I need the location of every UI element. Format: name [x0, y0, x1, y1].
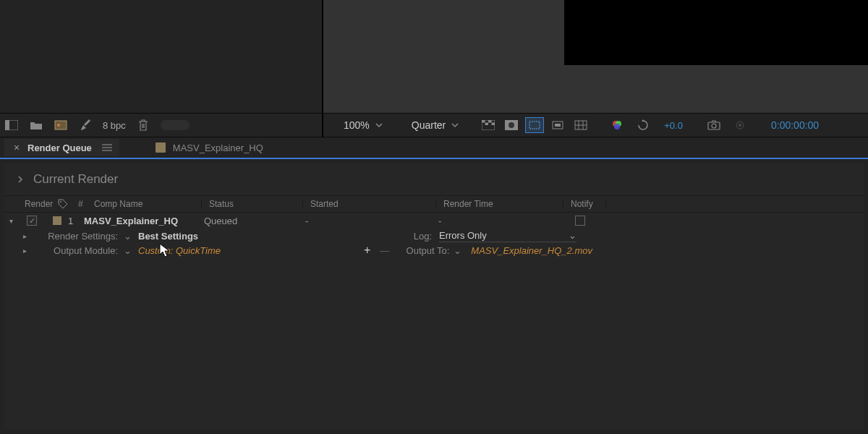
- svg-rect-6: [488, 120, 492, 123]
- svg-point-20: [614, 124, 620, 129]
- item-started: -: [298, 216, 431, 226]
- svg-rect-11: [529, 122, 540, 129]
- color-management-icon[interactable]: [608, 117, 626, 133]
- col-number[interactable]: #: [72, 199, 88, 209]
- render-settings-label: Render Settings:: [36, 231, 118, 242]
- bpc-label[interactable]: 8 bpc: [103, 120, 126, 131]
- grid-guides-icon[interactable]: [571, 117, 590, 133]
- columns-header-row: Render # Comp Name Status Started Render…: [4, 195, 864, 213]
- disclosure-arrow-icon[interactable]: ▸: [23, 247, 36, 255]
- comp-tab-label: MASV_Explainer_HQ: [173, 142, 263, 153]
- render-checkbox[interactable]: [27, 216, 37, 226]
- tab-label: Render Queue: [27, 142, 92, 153]
- svg-rect-7: [485, 123, 489, 126]
- svg-rect-8: [492, 123, 495, 126]
- mask-icon[interactable]: [502, 117, 521, 133]
- output-to-label: Output To:: [407, 245, 450, 256]
- preview-panel: [564, 0, 868, 65]
- brush-icon[interactable]: [78, 118, 93, 132]
- svg-rect-1: [5, 120, 9, 130]
- col-status[interactable]: Status: [201, 199, 302, 209]
- composition-icon: [156, 142, 166, 153]
- close-tab-button[interactable]: ×: [12, 142, 22, 153]
- expand-arrow-icon[interactable]: ▾: [4, 217, 17, 225]
- notify-cell: [558, 216, 602, 226]
- svg-point-22: [712, 124, 716, 128]
- current-render-header[interactable]: Current Render: [4, 163, 864, 195]
- log-value: Errors Only: [439, 230, 569, 241]
- composition-tab[interactable]: MASV_Explainer_HQ: [156, 142, 263, 153]
- item-comp-name[interactable]: MASV_Explainer_HQ: [84, 216, 197, 226]
- output-file-link[interactable]: MASV_Explainer_HQ_2.mov: [471, 245, 592, 256]
- col-render[interactable]: Render: [4, 199, 52, 209]
- item-status: Queued: [197, 216, 298, 226]
- output-module-value[interactable]: Custom: QuickTime: [138, 245, 221, 256]
- chevron-down-icon: [375, 122, 383, 129]
- col-render-time[interactable]: Render Time: [435, 199, 563, 209]
- log-dropdown[interactable]: Errors Only ⌄: [439, 229, 576, 242]
- item-number: 1: [68, 216, 84, 226]
- folder-icon[interactable]: [29, 118, 43, 132]
- exposure-value[interactable]: +0.0: [664, 120, 683, 131]
- panel-menu-icon[interactable]: [102, 143, 112, 152]
- resolution-value: Quarter: [412, 119, 446, 131]
- viewer-area: [323, 0, 868, 113]
- disclosure-arrow-icon[interactable]: ▸: [23, 232, 36, 240]
- render-queue-item[interactable]: ▾ 1 MASV_Explainer_HQ Queued - -: [4, 213, 864, 229]
- trash-icon[interactable]: [136, 118, 150, 132]
- panel-tabs-bar: × Render Queue MASV_Explainer_HQ: [0, 137, 868, 159]
- output-module-label: Output Module:: [36, 245, 118, 256]
- show-snapshot-icon[interactable]: [731, 117, 749, 133]
- output-to-dropdown[interactable]: ⌄: [454, 245, 467, 256]
- slider-track[interactable]: [161, 120, 190, 130]
- log-label: Log:: [414, 231, 432, 242]
- col-started[interactable]: Started: [302, 199, 435, 209]
- add-output-button[interactable]: +: [360, 244, 375, 257]
- notify-checkbox[interactable]: [575, 216, 585, 226]
- resolution-dropdown[interactable]: Quarter: [404, 116, 466, 134]
- zoom-dropdown[interactable]: 100%: [336, 116, 390, 134]
- chevron-down-icon: [451, 122, 459, 129]
- svg-point-10: [509, 122, 514, 128]
- chevron-down-icon: ⌄: [569, 230, 576, 241]
- svg-point-3: [57, 124, 60, 127]
- output-module-dropdown[interactable]: ⌄: [121, 245, 134, 256]
- region-of-interest-icon[interactable]: [525, 117, 544, 133]
- composition-icon: [53, 216, 61, 225]
- col-notify[interactable]: Notify: [563, 199, 606, 209]
- col-comp-name[interactable]: Comp Name: [88, 199, 201, 209]
- remove-output-button[interactable]: —: [378, 245, 392, 256]
- render-checkbox-cell: [17, 216, 46, 226]
- timecode-display[interactable]: 0:00:00:00: [771, 119, 819, 131]
- svg-rect-5: [482, 120, 485, 123]
- col-tag-icon[interactable]: [52, 199, 72, 209]
- render-settings-value[interactable]: Best Settings: [138, 231, 198, 242]
- disclosure-arrow-icon[interactable]: [17, 175, 23, 184]
- svg-rect-2: [55, 121, 67, 129]
- comp-icon-cell: [46, 216, 68, 225]
- zoom-value: 100%: [344, 119, 370, 131]
- svg-point-28: [60, 201, 61, 203]
- render-settings-dropdown[interactable]: ⌄: [121, 231, 134, 242]
- reset-exposure-icon[interactable]: [634, 117, 652, 133]
- transparency-grid-icon[interactable]: [479, 117, 498, 133]
- panel-menu-icon[interactable]: [4, 118, 19, 132]
- render-queue-tab[interactable]: × Render Queue: [4, 139, 119, 156]
- composition-icon[interactable]: [54, 118, 68, 132]
- project-panel-area: [0, 0, 323, 113]
- svg-rect-13: [555, 124, 561, 127]
- snapshot-icon[interactable]: [705, 117, 723, 133]
- item-render-time: -: [431, 216, 558, 226]
- svg-point-24: [739, 124, 741, 127]
- channel-icon[interactable]: [548, 117, 567, 133]
- current-render-label: Current Render: [33, 172, 118, 187]
